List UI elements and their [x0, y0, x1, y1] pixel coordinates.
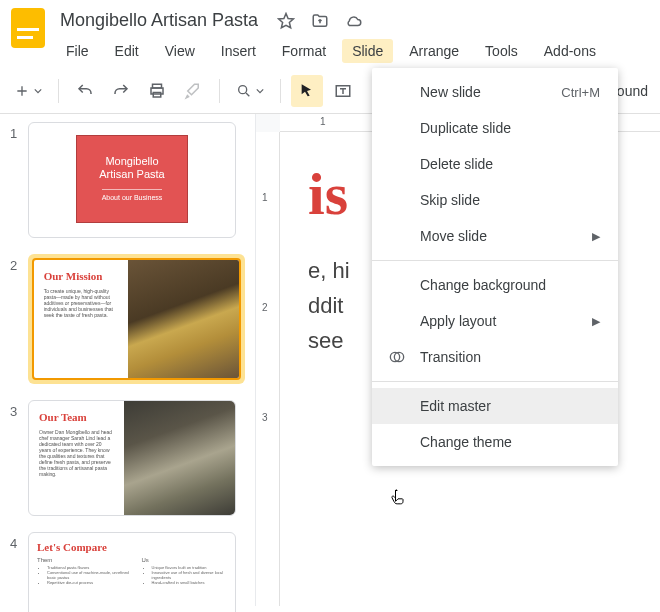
thumb-number: 2: [10, 254, 20, 384]
thumb-number: 3: [10, 400, 20, 516]
star-icon[interactable]: [276, 11, 296, 31]
menu-addons[interactable]: Add-ons: [534, 39, 606, 63]
chevron-down-icon: [256, 87, 264, 95]
redo-button[interactable]: [105, 75, 137, 107]
menu-tools[interactable]: Tools: [475, 39, 528, 63]
menu-arrange[interactable]: Arrange: [399, 39, 469, 63]
pointer-cursor-icon: [388, 488, 408, 512]
menu-item-duplicate-slide[interactable]: Duplicate slide: [372, 110, 618, 146]
transition-icon: [388, 348, 406, 366]
slide2-thumbnail-image: [128, 260, 239, 378]
slide-thumbnail-3[interactable]: Our Team Owner Dan Mongibello and head c…: [28, 400, 236, 516]
menu-item-move-slide[interactable]: Move slide ▶: [372, 218, 618, 254]
print-button[interactable]: [141, 75, 173, 107]
slide-thumbnails-panel: 1 Mongibello Artisan Pasta About our Bus…: [0, 114, 256, 606]
select-tool[interactable]: [291, 75, 323, 107]
menu-slide[interactable]: Slide: [342, 39, 393, 63]
menu-view[interactable]: View: [155, 39, 205, 63]
textbox-tool[interactable]: [327, 75, 359, 107]
slide-thumbnail-4[interactable]: Let's Compare Them Traditional pasta fla…: [28, 532, 236, 612]
submenu-arrow-icon: ▶: [592, 315, 600, 328]
slide2-title: Our Mission: [44, 270, 118, 282]
menu-file[interactable]: File: [56, 39, 99, 63]
menu-insert[interactable]: Insert: [211, 39, 266, 63]
slide-thumbnail-2[interactable]: Our Mission To create unique, high-quali…: [28, 254, 245, 384]
submenu-arrow-icon: ▶: [592, 230, 600, 243]
menu-divider: [372, 381, 618, 382]
menubar: File Edit View Insert Format Slide Arran…: [56, 33, 606, 63]
thumb-number: 1: [10, 122, 20, 238]
menu-divider: [372, 260, 618, 261]
shortcut-label: Ctrl+M: [561, 85, 600, 100]
menu-item-change-theme[interactable]: Change theme: [372, 424, 618, 460]
svg-point-3: [239, 86, 247, 94]
document-header: Mongibello Artisan Pasta File Edit View …: [0, 0, 660, 63]
new-slide-button[interactable]: [8, 75, 48, 107]
menu-item-skip-slide[interactable]: Skip slide: [372, 182, 618, 218]
paint-format-button[interactable]: [177, 75, 209, 107]
undo-button[interactable]: [69, 75, 101, 107]
cloud-status-icon[interactable]: [344, 11, 364, 31]
slide4-title: Let's Compare: [37, 541, 227, 553]
document-title[interactable]: Mongibello Artisan Pasta: [56, 8, 262, 33]
slides-logo[interactable]: [8, 8, 48, 48]
move-to-folder-icon[interactable]: [310, 11, 330, 31]
menu-format[interactable]: Format: [272, 39, 336, 63]
vertical-ruler[interactable]: 1 2 3: [256, 132, 280, 606]
menu-item-apply-layout[interactable]: Apply layout ▶: [372, 303, 618, 339]
slide3-thumbnail-image: [124, 401, 235, 515]
thumb-number: 4: [10, 532, 20, 612]
slide-thumbnail-1[interactable]: Mongibello Artisan Pasta About our Busin…: [28, 122, 236, 238]
slide3-title: Our Team: [39, 411, 114, 423]
menu-item-transition[interactable]: Transition: [372, 339, 618, 375]
zoom-button[interactable]: [230, 75, 270, 107]
slide-menu-dropdown: New slide Ctrl+M Duplicate slide Delete …: [372, 68, 618, 466]
chevron-down-icon: [34, 87, 42, 95]
menu-item-new-slide[interactable]: New slide Ctrl+M: [372, 74, 618, 110]
menu-item-edit-master[interactable]: Edit master: [372, 388, 618, 424]
menu-item-change-background[interactable]: Change background: [372, 267, 618, 303]
menu-item-delete-slide[interactable]: Delete slide: [372, 146, 618, 182]
menu-edit[interactable]: Edit: [105, 39, 149, 63]
